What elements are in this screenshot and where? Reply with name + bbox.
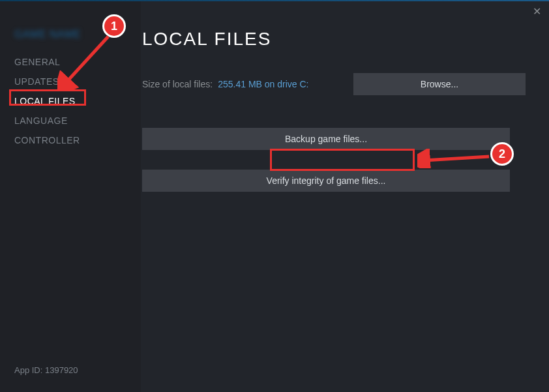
main-container: GAME NAME GENERAL UPDATES LOCAL FILES LA…: [0, 1, 549, 392]
size-value: 255.41 MB on drive C:: [218, 79, 348, 89]
size-label: Size of local files:: [142, 79, 213, 89]
sidebar: GAME NAME GENERAL UPDATES LOCAL FILES LA…: [0, 1, 141, 392]
sidebar-item-controller[interactable]: CONTROLLER: [0, 130, 141, 150]
page-title: LOCAL FILES: [142, 29, 526, 50]
content-panel: LOCAL FILES Size of local files: 255.41 …: [141, 1, 549, 392]
backup-button[interactable]: Backup game files...: [142, 128, 510, 150]
app-id-label: App ID: 1397920: [14, 365, 78, 375]
sidebar-item-updates[interactable]: UPDATES: [0, 72, 141, 91]
sidebar-item-local-files[interactable]: LOCAL FILES: [0, 91, 141, 111]
size-row: Size of local files: 255.41 MB on drive …: [142, 73, 526, 95]
browse-button[interactable]: Browse...: [353, 73, 526, 95]
sidebar-item-language[interactable]: LANGUAGE: [0, 111, 141, 130]
close-icon[interactable]: ✕: [533, 5, 541, 18]
game-title: GAME NAME: [0, 29, 141, 52]
sidebar-item-general[interactable]: GENERAL: [0, 52, 141, 72]
verify-button[interactable]: Verify integrity of game files...: [142, 170, 510, 192]
